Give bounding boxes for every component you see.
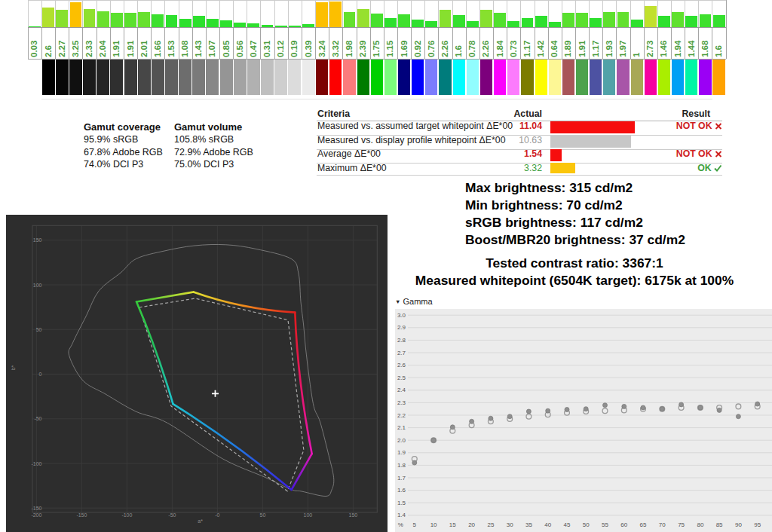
svg-text:50: 50 bbox=[583, 521, 590, 528]
svg-text:30: 30 bbox=[507, 521, 513, 528]
svg-text:1.8: 1.8 bbox=[397, 462, 406, 469]
svg-text:1.5: 1.5 bbox=[397, 500, 406, 506]
svg-text:1.6: 1.6 bbox=[397, 487, 406, 494]
svg-text:-100: -100 bbox=[31, 461, 41, 466]
svg-text:2.4: 2.4 bbox=[397, 387, 406, 393]
svg-text:2.0: 2.0 bbox=[397, 437, 406, 444]
svg-text:-50: -50 bbox=[34, 416, 41, 421]
svg-text:1.7: 1.7 bbox=[397, 475, 406, 482]
svg-text:b*: b* bbox=[11, 365, 16, 370]
svg-text:-50: -50 bbox=[168, 512, 176, 518]
svg-text:2.7: 2.7 bbox=[397, 350, 406, 356]
svg-text:2.1: 2.1 bbox=[397, 424, 406, 431]
svg-text:35: 35 bbox=[525, 521, 532, 528]
svg-text:1.4: 1.4 bbox=[397, 512, 406, 518]
svg-text:5: 5 bbox=[413, 521, 417, 528]
svg-text:-150: -150 bbox=[31, 506, 41, 511]
svg-text:75: 75 bbox=[678, 521, 685, 528]
svg-text:150: 150 bbox=[349, 512, 358, 518]
svg-text:60: 60 bbox=[620, 521, 627, 528]
svg-text:10: 10 bbox=[430, 521, 437, 528]
svg-text:90: 90 bbox=[735, 521, 742, 528]
svg-text:2.5: 2.5 bbox=[397, 375, 406, 381]
svg-text:50: 50 bbox=[260, 512, 266, 518]
svg-text:-200: -200 bbox=[31, 512, 41, 518]
svg-text:65: 65 bbox=[640, 521, 647, 528]
svg-text:80: 80 bbox=[697, 521, 703, 528]
svg-text:2.2: 2.2 bbox=[397, 412, 406, 419]
svg-text:a*: a* bbox=[198, 518, 203, 524]
svg-text:2.9: 2.9 bbox=[397, 324, 406, 331]
svg-text:%: % bbox=[398, 521, 403, 528]
svg-text:-0: -0 bbox=[215, 512, 219, 518]
svg-text:70: 70 bbox=[659, 521, 666, 528]
svg-text:2.6: 2.6 bbox=[397, 362, 406, 368]
svg-text:45: 45 bbox=[564, 521, 571, 528]
svg-text:15: 15 bbox=[449, 521, 456, 528]
svg-text:100: 100 bbox=[304, 512, 313, 518]
svg-text:40: 40 bbox=[544, 521, 551, 528]
svg-text:3.0: 3.0 bbox=[397, 312, 406, 319]
svg-text:150: 150 bbox=[33, 237, 42, 243]
svg-text:-100: -100 bbox=[121, 512, 132, 518]
svg-text:2.3: 2.3 bbox=[397, 399, 406, 406]
svg-text:55: 55 bbox=[602, 521, 608, 528]
svg-text:50: 50 bbox=[36, 327, 42, 332]
svg-text:0: 0 bbox=[39, 371, 42, 377]
svg-text:95: 95 bbox=[754, 521, 761, 528]
svg-text:25: 25 bbox=[487, 521, 494, 528]
svg-text:1.9: 1.9 bbox=[397, 449, 406, 456]
svg-text:2.8: 2.8 bbox=[397, 337, 406, 344]
svg-text:85: 85 bbox=[716, 521, 723, 528]
svg-text:-150: -150 bbox=[76, 512, 87, 518]
svg-text:100: 100 bbox=[33, 283, 42, 288]
svg-text:20: 20 bbox=[468, 521, 475, 528]
